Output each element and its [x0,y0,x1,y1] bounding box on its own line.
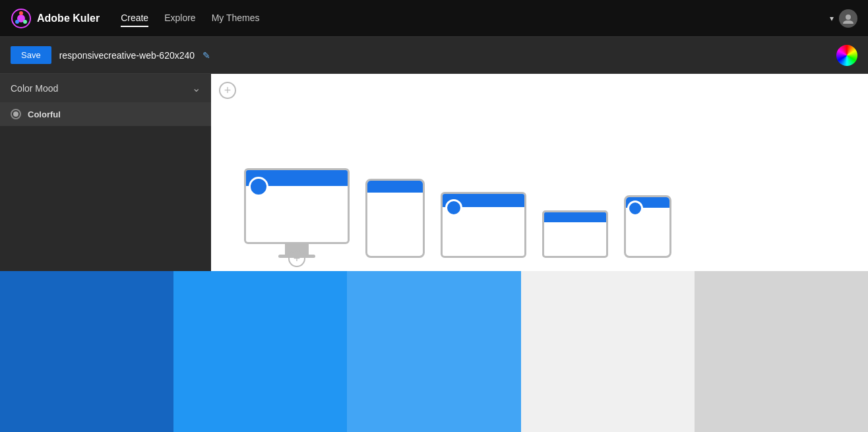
color-mood-label: Color Mood [11,83,58,94]
mood-colorful-label: Colorful [28,109,61,119]
device-monitor-wrapper: + [244,168,350,258]
swatch-4[interactable] [521,271,695,432]
nav-links: Create Explore My Themes [121,10,830,27]
logo-icon [11,8,32,29]
device-tablet-landscape [441,192,526,258]
swatch-1[interactable] [0,271,173,432]
tablet-lg-dot [445,199,462,216]
nav-right: ▾ [830,9,857,28]
theme-name: responsivecreative-web-620x240 [59,50,195,61]
logo: Adobe Kuler [11,8,100,29]
tablet-bar [367,181,423,193]
content-area: Color Mood ⌄ Colorful + [0,74,868,271]
user-icon [842,13,854,24]
devices-container: + [211,74,868,271]
phone-dot [627,201,643,216]
device-tablet-portrait-sm [365,179,425,258]
svg-point-5 [846,15,851,20]
save-button[interactable]: Save [11,46,51,64]
device-phone [624,195,671,258]
app-title: Adobe Kuler [37,13,100,24]
radio-inner [13,111,18,117]
color-mood-header[interactable]: Color Mood ⌄ [0,74,211,102]
swatch-2[interactable] [173,271,347,432]
radio-colorful [11,109,21,119]
edit-icon[interactable]: ✎ [202,50,210,61]
dropdown-icon[interactable]: ▾ [830,14,834,23]
tablet-sm-bar [544,212,606,222]
add-top-left[interactable]: + [219,82,236,99]
preview-area: + + [211,74,868,271]
nav-my-themes[interactable]: My Themes [212,10,260,27]
monitor-dot [249,177,268,197]
nav-create[interactable]: Create [121,10,148,27]
device-monitor [244,168,350,244]
svg-point-3 [23,20,27,24]
sidebar: Color Mood ⌄ Colorful [0,74,211,271]
add-circle-monitor-bottom[interactable]: + [288,250,305,267]
svg-point-4 [15,20,19,24]
swatch-3[interactable] [347,271,520,432]
toolbar: Save responsivecreative-web-620x240 ✎ [0,37,868,74]
mood-colorful-item[interactable]: Colorful [0,102,211,126]
color-swatches [0,271,868,432]
device-tablet-sm-land [542,210,608,258]
add-circle-top[interactable]: + [219,82,236,99]
color-wheel-button[interactable] [836,45,857,66]
avatar[interactable] [839,9,857,28]
navigation: Adobe Kuler Create Explore My Themes ▾ [0,0,868,37]
swatch-5[interactable] [695,271,868,432]
nav-explore[interactable]: Explore [164,10,195,27]
svg-point-2 [19,11,23,15]
chevron-down-icon: ⌄ [192,82,201,94]
